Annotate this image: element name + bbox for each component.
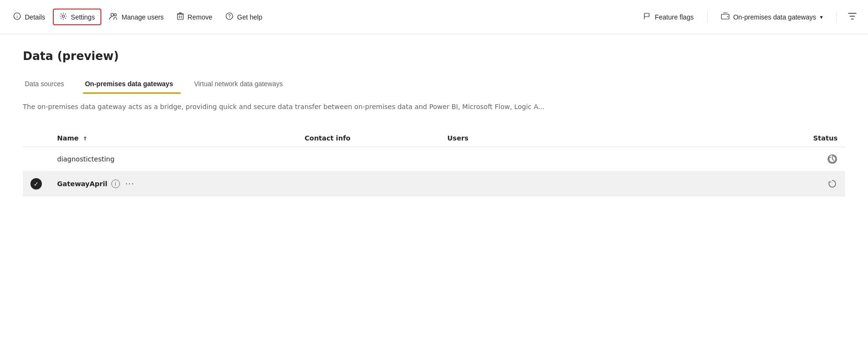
feature-flags-button[interactable]: Feature flags	[638, 10, 700, 24]
svg-point-4	[114, 14, 117, 16]
row1-contact-cell	[297, 147, 440, 171]
col-header-status[interactable]: Status	[535, 130, 845, 147]
filter-button[interactable]	[844, 10, 860, 24]
row2-contact-cell	[297, 171, 440, 197]
col-header-users[interactable]: Users	[440, 130, 535, 147]
table-row[interactable]: diagnostictesting	[23, 147, 845, 171]
toolbar: i Details Settings	[0, 0, 868, 34]
row1-checkbox-cell	[23, 147, 49, 171]
gateway-icon	[721, 12, 730, 21]
tab-virtual-network[interactable]: Virtual network data gateways	[192, 76, 291, 93]
row1-status-cell	[535, 147, 845, 171]
toolbar-divider-2	[836, 11, 837, 23]
row2-name-cell: GatewayApril i ···	[49, 171, 297, 197]
tab-on-premises[interactable]: On-premises data gateways	[83, 76, 180, 93]
svg-text:?: ?	[228, 14, 231, 19]
description-text: The on-premises data gateway acts as a b…	[23, 103, 845, 110]
table-row[interactable]: ✓ GatewayApril i ···	[23, 171, 845, 197]
tabs-container: Data sources On-premises data gateways V…	[23, 76, 845, 93]
manage-users-icon	[109, 12, 118, 21]
filter-icon	[848, 13, 857, 21]
sort-ascending-icon: ↑	[83, 136, 87, 142]
row2-more-button[interactable]: ···	[124, 179, 137, 189]
get-help-button[interactable]: ? Get help	[220, 10, 268, 24]
col-header-checkbox	[23, 130, 49, 147]
remove-icon	[177, 12, 184, 21]
svg-text:i: i	[17, 14, 18, 19]
row2-users-cell	[440, 171, 535, 197]
page-title: Data (preview)	[23, 50, 845, 63]
toolbar-right: Feature flags On-premises data gateways …	[638, 10, 860, 24]
col-header-contact[interactable]: Contact info	[297, 130, 440, 147]
chevron-down-icon: ▾	[820, 14, 823, 20]
row2-status-icon	[542, 179, 838, 189]
table-header-row: Name ↑ Contact info Users Status	[23, 130, 845, 147]
manage-users-label: Manage users	[121, 13, 164, 21]
toolbar-divider	[707, 11, 708, 23]
remove-button[interactable]: Remove	[171, 10, 218, 24]
main-content: Data (preview) Data sources On-premises …	[0, 34, 868, 212]
row2-checkbox-cell[interactable]: ✓	[23, 171, 49, 197]
col-header-name[interactable]: Name ↑	[49, 130, 297, 147]
feature-flags-label: Feature flags	[655, 13, 694, 21]
tab-data-sources[interactable]: Data sources	[23, 76, 71, 93]
row2-name: GatewayApril	[57, 180, 108, 188]
row2-info-icon[interactable]: i	[111, 180, 120, 188]
get-help-label: Get help	[237, 13, 262, 21]
on-premises-dropdown-button[interactable]: On-premises data gateways ▾	[715, 10, 829, 24]
settings-label: Settings	[71, 13, 95, 21]
get-help-icon: ?	[226, 12, 233, 21]
on-premises-dropdown-label: On-premises data gateways	[733, 13, 816, 21]
toolbar-left: i Details Settings	[8, 9, 638, 25]
details-button[interactable]: i Details	[8, 10, 51, 24]
remove-label: Remove	[187, 13, 212, 21]
row1-users-cell	[440, 147, 535, 171]
row2-name-wrapper: GatewayApril i ···	[57, 179, 289, 189]
settings-icon	[59, 12, 67, 21]
settings-button[interactable]: Settings	[53, 9, 102, 25]
svg-point-2	[62, 15, 64, 18]
data-table: Name ↑ Contact info Users Status diagn	[23, 130, 845, 197]
row2-checkmark: ✓	[30, 178, 42, 190]
row2-status-cell	[535, 171, 845, 197]
manage-users-button[interactable]: Manage users	[103, 10, 169, 24]
svg-point-3	[111, 13, 114, 16]
svg-rect-8	[644, 13, 649, 17]
row1-name: diagnostictesting	[57, 155, 115, 163]
svg-rect-5	[178, 14, 183, 20]
feature-flags-icon	[643, 12, 651, 21]
details-label: Details	[25, 13, 45, 21]
row1-status-icon	[542, 154, 838, 164]
row1-name-cell: diagnostictesting	[49, 147, 297, 171]
svg-point-10	[727, 16, 728, 17]
details-icon: i	[13, 12, 21, 21]
